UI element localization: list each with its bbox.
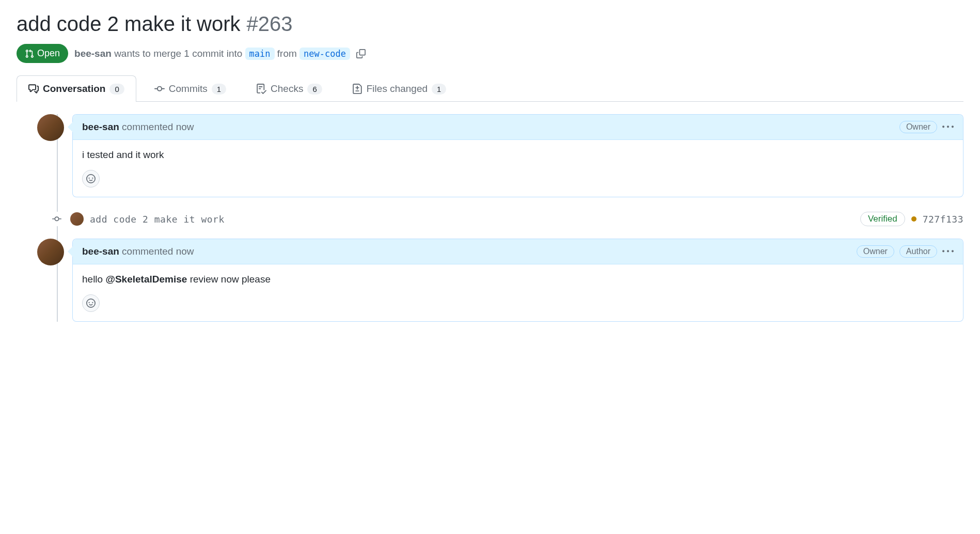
timeline: bee-san commented now Owner i tested and… xyxy=(37,114,963,322)
comment-author[interactable]: bee-san xyxy=(82,246,119,257)
tab-commits[interactable]: Commits 1 xyxy=(143,75,238,102)
commit-item: add code 2 make it work Verified 727f133 xyxy=(37,206,963,239)
git-commit-icon xyxy=(154,84,165,94)
author-badge: Author xyxy=(899,245,937,258)
tab-commits-label: Commits xyxy=(169,83,208,95)
git-pull-request-icon xyxy=(25,49,34,58)
comment-header: bee-san commented now Owner Author xyxy=(73,239,963,264)
tab-conversation[interactable]: Conversation 0 xyxy=(17,75,136,102)
comment-discussion-icon xyxy=(28,84,39,94)
checklist-icon xyxy=(256,84,266,94)
tab-checks[interactable]: Checks 6 xyxy=(244,75,334,102)
commit-sha[interactable]: 727f133 xyxy=(923,214,963,225)
comment-header: bee-san commented now Owner xyxy=(73,115,963,140)
pr-state-badge: Open xyxy=(17,44,68,63)
comment-body: i tested and it work xyxy=(73,140,963,170)
tab-files[interactable]: Files changed 1 xyxy=(340,75,459,102)
comment-body: hello @SkeletalDemise review now please xyxy=(73,264,963,294)
copy-icon[interactable] xyxy=(356,49,366,58)
commit-marker xyxy=(50,212,64,226)
comment-box: bee-san commented now Owner i tested and… xyxy=(72,114,963,197)
pr-number: #263 xyxy=(247,12,293,36)
kebab-icon[interactable] xyxy=(942,246,954,257)
pr-state-label: Open xyxy=(37,48,60,59)
comment-author[interactable]: bee-san xyxy=(82,121,119,132)
owner-badge: Owner xyxy=(899,121,937,133)
tab-files-count: 1 xyxy=(432,84,446,95)
add-reaction-button[interactable] xyxy=(82,170,100,187)
status-dot-pending[interactable] xyxy=(911,216,916,222)
commit-message[interactable]: add code 2 make it work xyxy=(90,214,854,225)
merge-description: bee-san wants to merge 1 commit into mai… xyxy=(74,48,350,59)
head-branch[interactable]: new-code xyxy=(299,48,350,60)
avatar[interactable] xyxy=(37,114,64,141)
comment-meta: bee-san commented now xyxy=(82,246,194,257)
comment-item: bee-san commented now Owner i tested and… xyxy=(37,114,963,197)
tab-conversation-count: 0 xyxy=(109,84,124,95)
git-commit-icon xyxy=(52,214,61,224)
owner-badge: Owner xyxy=(857,245,894,258)
base-branch[interactable]: main xyxy=(245,48,275,60)
comment-item: bee-san commented now Owner Author hello… xyxy=(37,239,963,322)
tab-checks-label: Checks xyxy=(271,83,303,95)
comment-box: bee-san commented now Owner Author hello… xyxy=(72,239,963,322)
kebab-icon[interactable] xyxy=(942,121,954,133)
tab-files-label: Files changed xyxy=(367,83,428,95)
tab-commits-count: 1 xyxy=(212,84,226,95)
pr-meta-row: Open bee-san wants to merge 1 commit int… xyxy=(17,44,963,63)
avatar[interactable] xyxy=(70,212,84,226)
mention[interactable]: @SkeletalDemise xyxy=(105,274,187,285)
pr-tabs: Conversation 0 Commits 1 Checks 6 Files … xyxy=(17,75,963,102)
tab-conversation-label: Conversation xyxy=(43,83,105,95)
verified-badge[interactable]: Verified xyxy=(860,212,905,226)
pr-title-row: add code 2 make it work #263 xyxy=(17,12,963,36)
pr-author[interactable]: bee-san xyxy=(74,48,112,59)
add-reaction-button[interactable] xyxy=(82,294,100,312)
pr-title: add code 2 make it work xyxy=(17,12,241,36)
avatar[interactable] xyxy=(37,239,64,265)
comment-meta: bee-san commented now xyxy=(82,121,194,133)
file-diff-icon xyxy=(352,84,362,94)
tab-checks-count: 6 xyxy=(307,84,322,95)
